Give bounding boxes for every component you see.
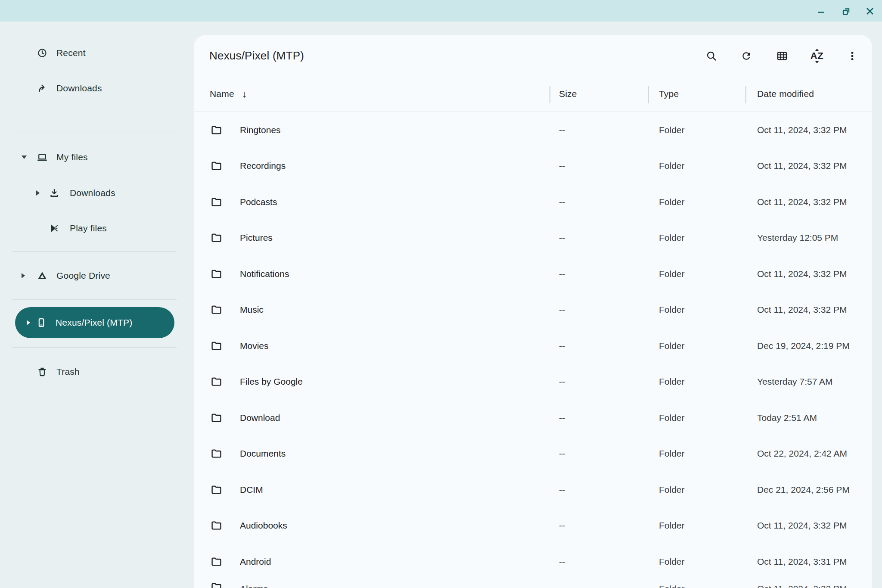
file-date-modified: Dec 19, 2024, 2:19 PM bbox=[757, 341, 850, 351]
download-icon bbox=[49, 188, 59, 198]
grid-view-button[interactable] bbox=[772, 46, 792, 66]
file-date-modified: Dec 21, 2024, 2:56 PM bbox=[757, 485, 850, 495]
expand-toggle[interactable] bbox=[36, 190, 49, 196]
file-name: Alarms bbox=[240, 584, 268, 588]
chevron-right-icon bbox=[27, 320, 30, 325]
table-row[interactable]: Download -- Folder Today 2:51 AM bbox=[194, 400, 872, 436]
column-header-type[interactable]: Type bbox=[659, 89, 679, 99]
smartphone-icon bbox=[36, 317, 47, 328]
column-header-name[interactable]: Name bbox=[210, 89, 234, 99]
column-header-size[interactable]: Size bbox=[559, 89, 577, 99]
sidebar-item-nexus-pixel-mtp[interactable]: Nexus/Pixel (MTP) bbox=[15, 307, 174, 338]
table-row[interactable]: Ringtones -- Folder Oct 11, 2024, 3:32 P… bbox=[194, 112, 872, 148]
table-row[interactable]: Audiobooks -- Folder Oct 11, 2024, 3:32 … bbox=[194, 508, 872, 544]
file-size: -- bbox=[559, 125, 565, 135]
file-name: Music bbox=[240, 305, 264, 315]
sort-descending-icon[interactable]: ↓ bbox=[242, 88, 247, 100]
sidebar: Recent Downloads My files Downloads bbox=[0, 22, 194, 588]
table-row[interactable]: Alarms -- Folder Oct 11, 2024, 3:32 PM bbox=[194, 580, 872, 588]
sidebar-divider bbox=[12, 347, 177, 348]
file-size: -- bbox=[559, 233, 565, 243]
column-header-date-modified[interactable]: Date modified bbox=[757, 89, 814, 99]
file-date-modified: Oct 11, 2024, 3:32 PM bbox=[757, 305, 847, 315]
chevron-down-icon bbox=[22, 156, 27, 159]
sort-az-icon: AZ bbox=[811, 49, 823, 63]
table-row[interactable]: Android -- Folder Oct 11, 2024, 3:31 PM bbox=[194, 544, 872, 580]
more-menu-button[interactable] bbox=[842, 46, 863, 66]
play-store-icon bbox=[49, 223, 59, 233]
file-type: Folder bbox=[659, 376, 685, 387]
folder-icon bbox=[211, 412, 222, 423]
sidebar-item-my-files[interactable]: My files bbox=[0, 145, 181, 169]
search-button[interactable] bbox=[701, 46, 722, 66]
file-name: DCIM bbox=[240, 485, 263, 495]
sidebar-item-label: Play files bbox=[70, 223, 107, 233]
table-row[interactable]: Files by Google -- Folder Yesterday 7:57… bbox=[194, 364, 872, 400]
sidebar-item-label: My files bbox=[56, 152, 88, 162]
file-type: Folder bbox=[659, 233, 685, 243]
column-resize-handle[interactable] bbox=[745, 86, 746, 103]
table-row[interactable]: DCIM -- Folder Dec 21, 2024, 2:56 PM bbox=[194, 472, 872, 508]
sidebar-item-downloads[interactable]: Downloads bbox=[0, 181, 181, 205]
table-row[interactable]: Movies -- Folder Dec 19, 2024, 2:19 PM bbox=[194, 328, 872, 364]
folder-icon bbox=[211, 124, 222, 136]
file-size: -- bbox=[559, 448, 565, 459]
table-row[interactable]: Documents -- Folder Oct 22, 2024, 2:42 A… bbox=[194, 436, 872, 472]
file-name: Files by Google bbox=[240, 376, 303, 387]
folder-icon bbox=[211, 196, 222, 208]
file-list-panel: Nexus/Pixel (MTP) AZ bbox=[194, 35, 872, 588]
file-name: Android bbox=[240, 557, 271, 567]
folder-icon bbox=[211, 160, 222, 171]
folder-icon bbox=[211, 376, 222, 387]
sidebar-item-google-drive[interactable]: Google Drive bbox=[0, 264, 181, 288]
sidebar-item-play-files[interactable]: Play files bbox=[0, 216, 181, 240]
sidebar-item-recent[interactable]: Recent bbox=[0, 41, 181, 65]
file-date-modified: Oct 11, 2024, 3:32 PM bbox=[757, 520, 847, 531]
close-button[interactable] bbox=[860, 2, 879, 21]
file-type: Folder bbox=[659, 557, 685, 567]
table-row[interactable]: Pictures -- Folder Yesterday 12:05 PM bbox=[194, 220, 872, 256]
file-date-modified: Oct 11, 2024, 3:32 PM bbox=[757, 197, 847, 207]
sidebar-item-trash[interactable]: Trash bbox=[0, 360, 181, 384]
file-date-modified: Oct 11, 2024, 3:31 PM bbox=[757, 557, 847, 567]
sidebar-divider bbox=[12, 133, 177, 133]
file-name: Documents bbox=[240, 448, 286, 459]
folder-icon bbox=[211, 520, 222, 531]
grid-view-icon bbox=[776, 50, 788, 62]
refresh-icon bbox=[741, 50, 752, 62]
file-type: Folder bbox=[659, 161, 685, 171]
file-name: Pictures bbox=[240, 233, 273, 243]
file-size: -- bbox=[559, 557, 565, 567]
expand-toggle[interactable] bbox=[22, 273, 37, 278]
table-row[interactable]: Notifications -- Folder Oct 11, 2024, 3:… bbox=[194, 256, 872, 292]
file-name: Podcasts bbox=[240, 197, 277, 207]
file-type: Folder bbox=[659, 341, 685, 351]
table-row[interactable]: Podcasts -- Folder Oct 11, 2024, 3:32 PM bbox=[194, 184, 872, 220]
files-app-window: Recent Downloads My files Downloads bbox=[0, 0, 882, 588]
file-name: Movies bbox=[240, 341, 269, 351]
refresh-button[interactable] bbox=[736, 46, 757, 66]
column-resize-handle[interactable] bbox=[648, 86, 649, 103]
minimize-button[interactable] bbox=[812, 2, 831, 21]
folder-icon bbox=[211, 340, 222, 352]
restore-window-button[interactable] bbox=[837, 2, 856, 21]
table-row[interactable]: Music -- Folder Oct 11, 2024, 3:32 PM bbox=[194, 292, 872, 328]
file-date-modified: Oct 11, 2024, 3:32 PM bbox=[757, 125, 847, 135]
sidebar-item-downloads-shortcut[interactable]: Downloads bbox=[0, 76, 181, 100]
file-date-modified: Oct 11, 2024, 3:32 PM bbox=[757, 161, 847, 171]
file-date-modified: Today 2:51 AM bbox=[757, 413, 817, 423]
file-type: Folder bbox=[659, 197, 685, 207]
sidebar-divider bbox=[12, 299, 177, 300]
file-date-modified: Oct 22, 2024, 2:42 AM bbox=[757, 448, 847, 459]
shortcut-arrow-icon bbox=[37, 83, 47, 93]
table-row[interactable]: Recordings -- Folder Oct 11, 2024, 3:32 … bbox=[194, 148, 872, 184]
file-size: -- bbox=[559, 269, 565, 279]
sort-button[interactable]: AZ bbox=[807, 46, 827, 66]
column-resize-handle[interactable] bbox=[550, 86, 550, 103]
sidebar-item-label: Nexus/Pixel (MTP) bbox=[56, 317, 132, 328]
file-name: Notifications bbox=[240, 269, 289, 279]
restore-icon bbox=[841, 6, 852, 17]
file-date-modified: Oct 11, 2024, 3:32 PM bbox=[757, 584, 847, 588]
file-name: Recordings bbox=[240, 161, 286, 171]
expand-toggle[interactable] bbox=[22, 156, 37, 159]
